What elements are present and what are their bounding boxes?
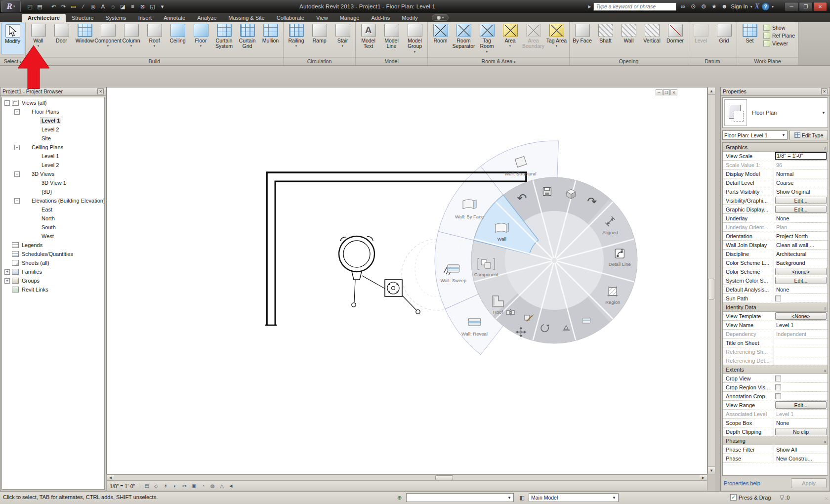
- prop-value[interactable]: [774, 295, 828, 301]
- prop-value[interactable]: None None: [774, 420, 828, 426]
- panel-label[interactable]: Opening: [570, 57, 688, 65]
- horizontal-scrollbar[interactable]: ◀ ▶: [106, 474, 707, 481]
- tree-expander-icon[interactable]: [14, 171, 20, 177]
- prop-value[interactable]: Project North Project North: [774, 233, 828, 239]
- prop-value[interactable]: Level 1 Level 1: [774, 411, 828, 417]
- prop-value-button[interactable]: No clip: [775, 428, 827, 435]
- prop-value-button[interactable]: Edit...: [775, 206, 827, 213]
- tree-expander-icon[interactable]: [14, 109, 20, 115]
- railing-button[interactable]: Railing ▾: [285, 23, 308, 54]
- prop-value[interactable]: Edit... Edit...: [774, 197, 828, 204]
- tag-by-category-icon[interactable]: ◎: [89, 2, 97, 10]
- tree-item[interactable]: East: [2, 205, 104, 214]
- project-browser-titlebar[interactable]: Project1 - Project Browser ✕: [0, 87, 106, 96]
- temporary-hide-icon[interactable]: ◔: [199, 482, 207, 490]
- save-wheel-icon[interactable]: [543, 188, 551, 196]
- tree-item[interactable]: North: [2, 214, 104, 223]
- mullion-button[interactable]: Mullion: [259, 23, 282, 54]
- section-collapse-icon[interactable]: »: [823, 144, 828, 149]
- by-face-button[interactable]: By Face: [571, 23, 594, 54]
- ribbon-tab[interactable]: Annotate: [158, 14, 191, 22]
- communication-center-icon[interactable]: ⊚: [700, 3, 707, 10]
- sign-in-button[interactable]: Sign In: [731, 3, 747, 9]
- prop-value[interactable]: Show All Show All: [774, 447, 828, 453]
- scroll-left-icon[interactable]: ◀: [107, 475, 114, 480]
- prop-value[interactable]: [774, 393, 828, 399]
- stair-button[interactable]: Stair ▾: [331, 23, 354, 54]
- component-fixture[interactable]: [339, 236, 452, 314]
- tree-item[interactable]: {3D}: [2, 187, 104, 196]
- scroll-down-icon[interactable]: ▼: [708, 466, 715, 474]
- section-icon[interactable]: ◪: [119, 2, 127, 10]
- tree-item[interactable]: Level 2: [2, 125, 104, 134]
- model-group-button[interactable]: Model Group ▾: [403, 23, 426, 54]
- close-icon[interactable]: ✕: [97, 88, 104, 94]
- tree-expander-icon[interactable]: [4, 269, 10, 275]
- panel-splitter[interactable]: [715, 87, 720, 491]
- set-workplane-button[interactable]: Set: [738, 23, 761, 54]
- resize-grip[interactable]: ⁙: [825, 496, 829, 501]
- prop-value[interactable]: New Constru... New Constru...: [774, 456, 828, 462]
- prop-value[interactable]: None None: [774, 287, 828, 293]
- ribbon-tab[interactable]: Architecture: [22, 14, 66, 22]
- modify-options-pill[interactable]: ▾: [432, 14, 449, 21]
- prop-value-button[interactable]: Edit...: [775, 277, 827, 284]
- tag-room-button[interactable]: Tag Room ▾: [475, 23, 498, 54]
- column-button[interactable]: Column ▾: [120, 23, 143, 54]
- prop-value[interactable]: Edit... Edit...: [774, 277, 828, 284]
- section-collapse-icon[interactable]: »: [823, 367, 828, 372]
- visual-style-icon[interactable]: ◇: [152, 482, 160, 490]
- tree-expander-icon[interactable]: [4, 100, 10, 106]
- tree-expander-icon[interactable]: [4, 278, 10, 284]
- undo-wheel-icon[interactable]: ↶: [517, 191, 527, 205]
- active-workset-combobox[interactable]: ▼: [406, 493, 514, 502]
- search-input[interactable]: [593, 2, 676, 11]
- properties-help-link[interactable]: Properties help: [724, 480, 760, 486]
- panel-label[interactable]: Work Plane: [737, 57, 798, 65]
- ribbon-tab[interactable]: Analyze: [191, 14, 222, 22]
- close-hidden-windows-icon[interactable]: ⊠: [138, 2, 147, 10]
- tag-area-button[interactable]: Tag Area ▾: [545, 23, 568, 54]
- wall-tool-icon[interactable]: [582, 318, 590, 323]
- search-binoculars-icon[interactable]: ∞: [679, 3, 687, 10]
- press-drag-toggle[interactable]: ✓ Press & Drag: [730, 494, 771, 501]
- reveal-hidden-icon[interactable]: ◍: [208, 482, 216, 490]
- ribbon-tab[interactable]: Add-Ins: [365, 14, 396, 22]
- tree-item[interactable]: Families: [2, 267, 104, 276]
- roof-button[interactable]: Roof ▾: [143, 23, 166, 54]
- ribbon-tab[interactable]: Manage: [334, 14, 366, 22]
- drawing-view[interactable]: Wall: StructuralWall: By FaceWallWall: S…: [106, 87, 707, 474]
- analytical-model-icon[interactable]: △: [218, 482, 226, 490]
- text-icon[interactable]: A: [99, 2, 107, 10]
- shadows-icon[interactable]: ◐: [171, 482, 179, 490]
- room-separator-button[interactable]: Room Separator: [452, 23, 475, 54]
- prop-checkbox[interactable]: [775, 295, 781, 301]
- prop-value-button[interactable]: <None>: [775, 312, 827, 320]
- floor-plan-drawing[interactable]: Wall: StructuralWall: By FaceWallWall: S…: [107, 87, 707, 474]
- section-collapse-icon[interactable]: »: [823, 438, 828, 443]
- shaft-button[interactable]: Shaft: [594, 23, 617, 54]
- type-selector[interactable]: Floor Plan ▼: [722, 97, 828, 128]
- prop-value[interactable]: Edit... Edit...: [774, 206, 828, 213]
- panel-label[interactable]: Model: [356, 57, 427, 65]
- help-dropdown-icon[interactable]: ▾: [772, 4, 774, 9]
- room-button[interactable]: Room: [429, 23, 452, 54]
- design-options-icon[interactable]: ◧: [518, 494, 526, 502]
- ribbon-tab[interactable]: Insert: [132, 14, 158, 22]
- prop-value[interactable]: No clip No clip: [774, 428, 828, 435]
- exchange-apps-icon[interactable]: X: [755, 2, 759, 10]
- ceiling-button[interactable]: Ceiling: [166, 23, 189, 54]
- prop-value[interactable]: Normal Normal: [774, 171, 828, 177]
- scroll-right-icon[interactable]: ▶: [700, 475, 707, 480]
- close-icon[interactable]: ✕: [821, 88, 828, 94]
- tree-item[interactable]: Level 1: [2, 116, 104, 125]
- open-icon[interactable]: ◰: [26, 2, 34, 10]
- properties-titlebar[interactable]: Properties ✕: [721, 87, 830, 96]
- tree-item[interactable]: 3D View 1: [2, 178, 104, 187]
- tree-item[interactable]: South: [2, 223, 104, 232]
- prop-value[interactable]: Edit... Edit...: [774, 401, 828, 409]
- tree-item[interactable]: Floor Plans: [2, 107, 104, 116]
- tree-item[interactable]: Elevations (Building Elevation): [2, 196, 104, 205]
- model-line-button[interactable]: Model Line: [380, 23, 403, 54]
- section-collapse-icon[interactable]: »: [823, 304, 828, 309]
